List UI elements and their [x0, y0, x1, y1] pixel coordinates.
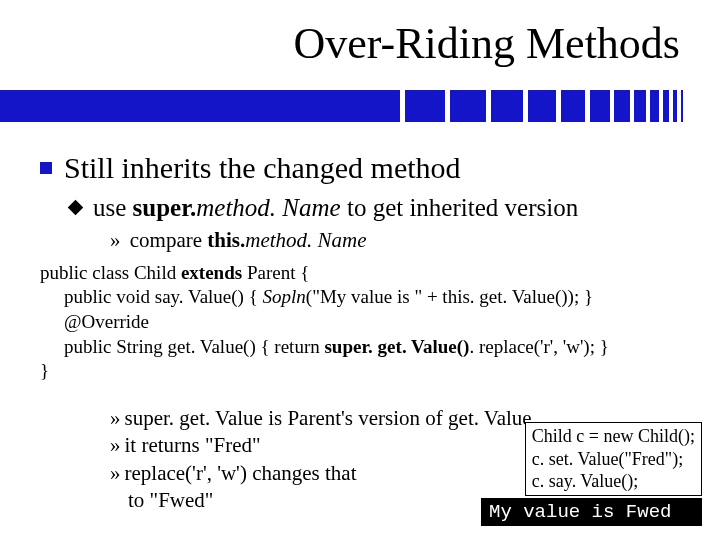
bullet-level3: » compare this.method. Name [110, 227, 690, 254]
code-line-3: @Override [64, 310, 690, 335]
stripe-seg [634, 90, 646, 122]
stripe-seg [561, 90, 585, 122]
slide-title: Over-Riding Methods [293, 18, 680, 69]
code-ital: Sopln [263, 286, 306, 307]
code-line-1: public class Child extends Parent { [40, 261, 690, 286]
code-line-2: public void say. Value() { Sopln("My val… [64, 285, 690, 310]
console-output: My value is Fwed [481, 498, 702, 526]
stripe-seg [663, 90, 669, 122]
diamond-bullet-icon [68, 200, 84, 216]
stripe-seg [590, 90, 610, 122]
bullet1-text: Still inherits the changed method [64, 150, 461, 186]
stripe-seg [650, 90, 659, 122]
code-text: ("My value is " + this. get. Value()); } [306, 286, 593, 307]
sub1-bold: super. [133, 194, 197, 221]
code-block: public class Child extends Parent { publ… [40, 261, 690, 384]
sub2a-bold: this. [207, 228, 245, 252]
stripe-solid [0, 90, 400, 122]
stripe-seg [681, 90, 683, 122]
code-text: public void say. Value() { [64, 286, 263, 307]
sidebox-l1: Child c = new Child(); [532, 425, 695, 448]
raquo-icon: » [110, 228, 121, 252]
sidebox-l3: c. say. Value(); [532, 470, 695, 493]
sub1-text: use super.method. Name to get inherited … [93, 192, 578, 223]
code-line-4: public String get. Value() { return supe… [64, 335, 690, 360]
stripe-seg [673, 90, 677, 122]
code-line-5: } [40, 359, 690, 384]
sub2a-pre: compare [125, 228, 208, 252]
example-code-box: Child c = new Child(); c. set. Value("Fr… [525, 422, 702, 496]
raquo-icon: » [110, 460, 121, 487]
lower-r1: super. get. Value is Parent's version of… [125, 405, 532, 432]
code-text: . replace('r', 'w'); } [469, 336, 608, 357]
code-text: public String get. Value() { return [64, 336, 324, 357]
decorative-stripe [0, 90, 720, 122]
code-text: Parent { [242, 262, 309, 283]
lower-r2: it returns "Fred" [125, 432, 261, 459]
square-bullet-icon [40, 162, 52, 174]
code-keyword: extends [181, 262, 242, 283]
stripe-seg [528, 90, 556, 122]
stripe-seg [450, 90, 486, 122]
code-text: public class Child [40, 262, 181, 283]
sidebox-l2: c. set. Value("Fred"); [532, 448, 695, 471]
stripe-seg [491, 90, 523, 122]
lower-r3b: to "Fwed" [128, 487, 213, 514]
content-area: Still inherits the changed method use su… [40, 150, 690, 384]
raquo-icon: » [110, 432, 121, 459]
sub1-pre: use [93, 194, 133, 221]
sub2a-ital: method. Name [245, 228, 366, 252]
sub1-ital: method. Name [196, 194, 340, 221]
raquo-icon: » [110, 405, 121, 432]
slide: Over-Riding Methods Still inherits the c… [0, 0, 720, 540]
lower-r3a: replace('r', 'w') changes that [125, 460, 357, 487]
bullet-level2: use super.method. Name to get inherited … [70, 192, 690, 223]
sub1-post: to get inherited version [341, 194, 578, 221]
bullet-level1: Still inherits the changed method [40, 150, 690, 186]
code-bold: super. get. Value() [324, 336, 469, 357]
stripe-seg [614, 90, 630, 122]
stripe-seg [405, 90, 445, 122]
